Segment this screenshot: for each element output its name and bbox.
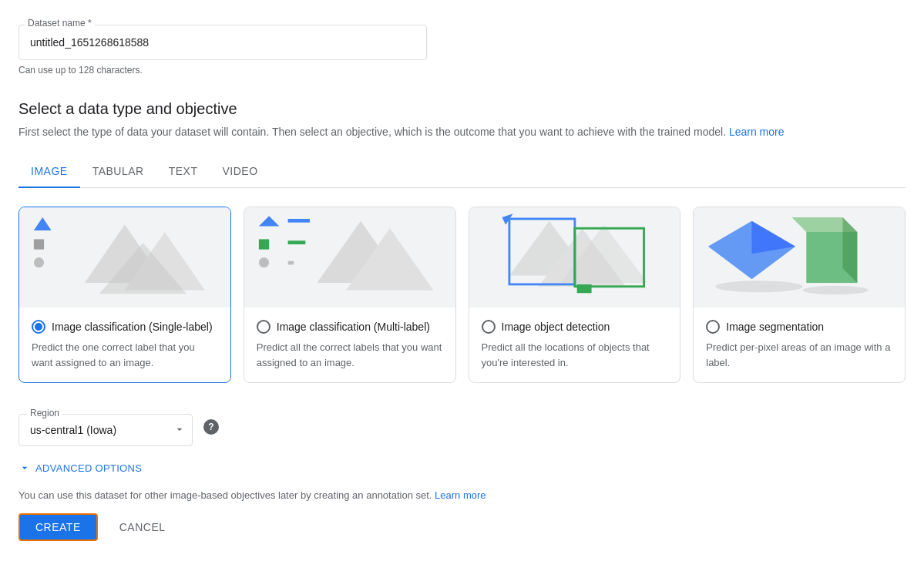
- card-segmentation[interactable]: Image segmentation Predict per-pixel are…: [693, 207, 906, 383]
- tab-image[interactable]: IMAGE: [18, 156, 80, 188]
- svg-rect-11: [287, 240, 305, 244]
- tab-video[interactable]: VIDEO: [210, 156, 270, 188]
- svg-marker-21: [708, 221, 795, 280]
- svg-point-5: [34, 257, 44, 267]
- card-multi-label[interactable]: Image classification (Multi-label) Predi…: [244, 207, 456, 383]
- learn-more-link-bottom[interactable]: Learn more: [435, 489, 486, 501]
- advanced-options-label: ADVANCED OPTIONS: [35, 462, 142, 474]
- card-desc-multi-label: Predict all the correct labels that you …: [257, 340, 443, 370]
- radio-segmentation[interactable]: [706, 320, 720, 334]
- tab-text[interactable]: TEXT: [156, 156, 210, 188]
- svg-point-12: [259, 257, 269, 267]
- svg-point-27: [803, 286, 869, 294]
- card-title-object-detection: Image object detection: [482, 320, 668, 334]
- card-single-label[interactable]: Image classification (Single-label) Pred…: [18, 207, 231, 383]
- card-image-single-label: [19, 207, 230, 308]
- data-type-tabs: IMAGE TABULAR TEXT VIDEO: [18, 156, 906, 188]
- learn-more-link-section[interactable]: Learn more: [729, 126, 785, 138]
- section-description: First select the type of data your datas…: [18, 124, 906, 140]
- char-hint: Can use up to 128 characters.: [18, 65, 906, 76]
- card-title-multi-label: Image classification (Multi-label): [257, 320, 443, 334]
- svg-rect-4: [34, 239, 44, 249]
- card-title-segmentation: Image segmentation: [706, 320, 892, 334]
- action-buttons: CREATE CANCEL: [18, 513, 906, 541]
- region-label: Region: [27, 408, 62, 418]
- svg-rect-13: [287, 261, 294, 265]
- card-image-object-detection: [469, 207, 680, 308]
- svg-marker-3: [34, 217, 52, 230]
- section-title: Select a data type and objective: [18, 100, 906, 118]
- tab-tabular[interactable]: TABULAR: [80, 156, 156, 188]
- card-desc-segmentation: Predict per-pixel areas of an image with…: [706, 340, 892, 370]
- card-image-multi-label: [244, 207, 455, 308]
- card-object-detection[interactable]: Image object detection Predict all the l…: [469, 207, 681, 383]
- svg-rect-20: [576, 284, 591, 293]
- help-icon[interactable]: ?: [203, 419, 219, 435]
- advanced-options-toggle[interactable]: ADVANCED OPTIONS: [18, 462, 906, 474]
- svg-rect-10: [259, 239, 269, 249]
- region-section: Region us-central1 (Iowa) us-east1 (Sout…: [18, 408, 906, 446]
- cancel-button[interactable]: CANCEL: [107, 515, 178, 539]
- svg-marker-8: [259, 216, 279, 226]
- dataset-name-input[interactable]: [18, 25, 427, 60]
- region-select[interactable]: us-central1 (Iowa) us-east1 (South Carol…: [19, 415, 192, 445]
- card-desc-single-label: Predict the one correct label that you w…: [32, 340, 218, 370]
- card-title-single-label: Image classification (Single-label): [32, 320, 218, 334]
- radio-multi-label[interactable]: [257, 320, 270, 334]
- svg-point-26: [716, 281, 803, 292]
- radio-object-detection[interactable]: [482, 320, 496, 334]
- svg-rect-9: [287, 219, 309, 223]
- chevron-down-icon-advanced: [18, 462, 31, 474]
- card-desc-object-detection: Predict all the locations of objects tha…: [482, 340, 668, 370]
- radio-single-label[interactable]: [32, 320, 45, 334]
- objective-cards: Image classification (Single-label) Pred…: [18, 207, 906, 383]
- bottom-info: You can use this dataset for other image…: [18, 489, 906, 501]
- region-select-wrapper: Region us-central1 (Iowa) us-east1 (Sout…: [18, 414, 193, 446]
- dataset-name-label: Dataset name *: [25, 18, 95, 29]
- card-image-segmentation: [694, 207, 905, 308]
- create-button[interactable]: CREATE: [18, 513, 98, 541]
